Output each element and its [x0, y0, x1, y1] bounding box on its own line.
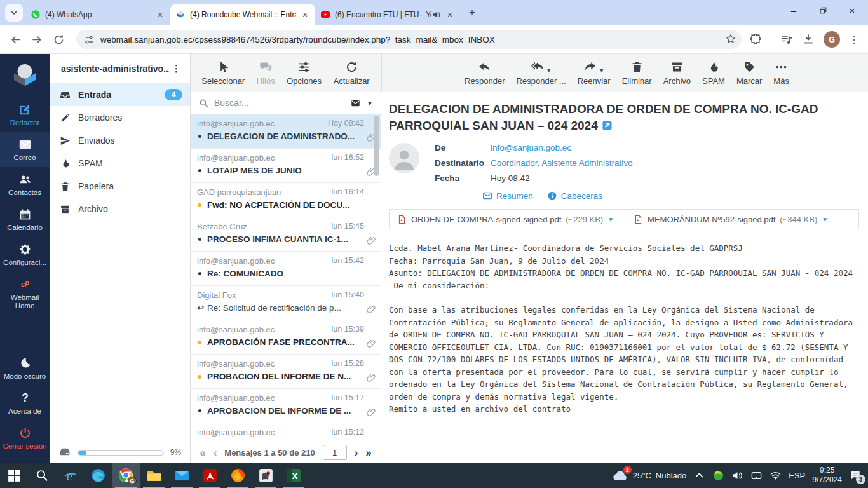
rail-item[interactable]: ? Acerca de — [0, 386, 50, 421]
attachment-item[interactable]: ORDEN DE COMPRA-signed-signed.pdf (~229 … — [397, 215, 614, 224]
window-minimize-button[interactable]: – — [788, 4, 799, 16]
edge-icon[interactable] — [84, 463, 112, 488]
search-input[interactable] — [214, 98, 344, 108]
mail-app-icon[interactable] — [168, 463, 196, 488]
folder-item[interactable]: Enviados — [50, 129, 190, 152]
folder-item[interactable]: Entrada 4 — [50, 83, 190, 106]
bookmark-star-icon[interactable] — [725, 33, 738, 46]
headers-link[interactable]: Cabeceras — [547, 191, 602, 201]
language-indicator[interactable]: ESP — [789, 471, 805, 480]
attachment-item[interactable]: MEMORÁNDUM Nº592-signed.pdf (~344 KB) ▼ — [623, 215, 828, 224]
message-toolbar-button[interactable]: ▼ Más — [773, 60, 789, 86]
browser-menu-icon[interactable]: ⋮ — [849, 34, 859, 46]
attachment-menu-caret-icon[interactable]: ▼ — [822, 216, 828, 223]
message-toolbar-button[interactable]: ▼ Eliminar — [622, 60, 652, 86]
message-toolbar-button[interactable]: ▼ Archivo — [663, 60, 691, 86]
clock[interactable]: 9:25 9/7/2024 — [812, 466, 842, 485]
browser-tab[interactable]: (4) Roundcube Webmail :: Entra × — [170, 4, 315, 25]
last-page-button[interactable]: » — [365, 447, 371, 458]
acrobat-icon[interactable] — [196, 463, 224, 488]
message-row[interactable]: info@sanjuan.gob.ec lun 15:28 PROBACION … — [191, 355, 381, 389]
message-toolbar-button[interactable]: ▼ Marcar — [736, 60, 762, 86]
java-app-icon[interactable] — [252, 463, 280, 488]
folder-item[interactable]: Papelera — [50, 175, 190, 198]
back-button[interactable] — [6, 30, 24, 48]
firefox-icon[interactable] — [224, 463, 252, 488]
to-recipients[interactable]: Coordinador, Asistente Administrativo — [491, 158, 633, 168]
window-close-button[interactable]: × — [846, 4, 858, 16]
page-number-input[interactable] — [323, 445, 347, 460]
message-row[interactable]: Betzabe Cruz lun 15:45 PROCESO INFIMA CU… — [191, 217, 381, 252]
wifi-icon[interactable] — [770, 470, 782, 482]
from-address[interactable]: info@sanjuan.gob.ec — [491, 143, 571, 152]
file-explorer-icon[interactable] — [140, 463, 168, 488]
site-info-icon[interactable] — [84, 34, 95, 45]
list-scrollbar[interactable] — [374, 116, 379, 442]
extensions-icon[interactable] — [749, 33, 762, 46]
downloads-icon[interactable] — [802, 33, 815, 46]
message-row[interactable]: info@sanjuan.gob.ec Hoy 08:42 DELEGACION… — [191, 114, 381, 149]
taskbar-search-icon[interactable] — [28, 463, 56, 488]
rail-item[interactable]: Correo — [0, 132, 50, 167]
rail-item[interactable]: Cerrar sesión — [0, 421, 50, 456]
message-row[interactable]: GAD parroquiasanjuan lun 16:14 Fwd: NO A… — [191, 183, 381, 217]
antivirus-icon[interactable] — [712, 470, 724, 482]
tray-expand-chevron-icon[interactable] — [693, 470, 705, 482]
prev-page-button[interactable]: ‹ — [214, 447, 217, 458]
search-options-chevron-icon[interactable]: ▼ — [367, 100, 373, 107]
message-row[interactable]: info@sanjuan.gob.ec lun 15:12 — [191, 423, 381, 442]
browser-tab[interactable]: (4) WhatsApp × — [25, 4, 170, 25]
profile-avatar[interactable]: G — [824, 31, 840, 48]
list-toolbar-button[interactable]: Opciones — [287, 60, 322, 86]
rail-item[interactable]: Calendario — [0, 202, 50, 237]
attachment-name[interactable]: MEMORÁNDUM Nº592-signed.pdf — [648, 215, 775, 224]
message-row[interactable]: Digital Fox lun 15:40 Re: Solicitud de r… — [191, 286, 381, 320]
weather-widget[interactable]: 1 25°C Nublado — [612, 468, 686, 482]
rail-item[interactable]: cP Webmail Home — [0, 272, 50, 315]
tab-search-button[interactable] — [5, 4, 23, 22]
internet-explorer-icon[interactable]: e — [56, 463, 84, 488]
url-bar[interactable]: webmail.sanjuan.gob.ec/cpsess9884674526/… — [76, 30, 742, 49]
rail-item[interactable]: Modo oscuro — [0, 351, 50, 386]
search-scope-icon[interactable] — [349, 98, 362, 108]
message-row[interactable]: info@sanjuan.gob.ec lun 15:42 Re: COMUNI… — [191, 252, 381, 286]
message-toolbar-button[interactable]: ▼ Responder — [465, 60, 505, 86]
folder-options-icon[interactable]: ⋮ — [169, 63, 184, 74]
rail-item[interactable]: Redactar — [0, 97, 50, 132]
dropdown-caret-icon[interactable]: ▼ — [546, 67, 552, 74]
window-maximize-button[interactable] — [817, 4, 829, 16]
media-controls-icon[interactable] — [780, 33, 793, 46]
scrollbar-thumb[interactable] — [374, 116, 379, 176]
folder-item[interactable]: Borradores — [50, 106, 190, 129]
dropdown-caret-icon[interactable]: ▼ — [599, 67, 604, 74]
message-row[interactable]: info@sanjuan.gob.ec lun 15:39 APROBACIÓN… — [191, 320, 381, 355]
attachment-menu-caret-icon[interactable]: ▼ — [607, 216, 614, 223]
forward-button[interactable] — [28, 30, 46, 48]
tab-close-icon[interactable]: × — [155, 10, 165, 20]
next-page-button[interactable]: › — [355, 447, 358, 458]
list-toolbar-button[interactable]: Seleccionar — [201, 60, 245, 86]
message-toolbar-button[interactable]: ▼ Reenviar — [578, 60, 611, 86]
message-row[interactable]: info@sanjuan.gob.ec lun 15:17 APROBACION… — [191, 389, 381, 423]
summary-link[interactable]: Resumen — [482, 191, 533, 201]
list-toolbar-button[interactable]: Actualizar — [334, 60, 370, 86]
folder-item[interactable]: Archivo — [50, 198, 190, 220]
message-toolbar-button[interactable]: ▼ SPAM — [702, 60, 725, 86]
notification-center-icon[interactable]: 3 — [849, 469, 862, 482]
folder-item[interactable]: SPAM — [50, 152, 190, 175]
cast-icon[interactable] — [750, 470, 763, 482]
chrome-icon[interactable]: G — [112, 463, 140, 488]
url-text[interactable]: webmail.sanjuan.gob.ec/cpsess9884674526/… — [100, 35, 725, 44]
attachment-name[interactable]: ORDEN DE COMPRA-signed-signed.pdf — [411, 215, 561, 224]
start-button[interactable] — [0, 463, 28, 488]
reload-button[interactable] — [50, 30, 67, 48]
open-in-new-window-icon[interactable] — [602, 119, 613, 130]
new-tab-button[interactable]: + — [464, 4, 480, 21]
rail-item[interactable]: Configuraci... — [0, 237, 50, 272]
browser-tab[interactable]: (6) Encuentro FTU | FTU - Yo × — [315, 4, 460, 25]
tab-close-icon[interactable]: × — [300, 10, 310, 20]
first-page-button[interactable]: « — [200, 447, 205, 458]
rail-item[interactable]: Contactos — [0, 167, 50, 202]
volume-icon[interactable] — [731, 470, 743, 482]
tab-close-icon[interactable]: × — [445, 10, 455, 20]
